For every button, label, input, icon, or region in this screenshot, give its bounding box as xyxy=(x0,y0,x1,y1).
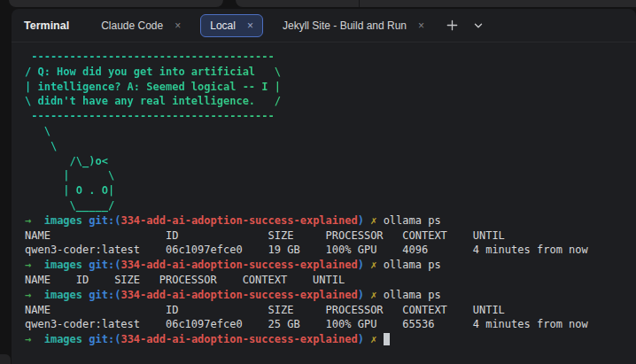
tab-jekyll-site-build-and-run[interactable]: Jekyll Site - Build and Run × xyxy=(272,14,435,37)
tab-label: Claude Code xyxy=(101,19,163,32)
plus-icon xyxy=(446,19,458,31)
close-icon[interactable]: × xyxy=(418,20,424,31)
terminal-line: → images git:(334-add-ai-adoption-succes… xyxy=(25,332,636,347)
ascii-art: -------------------------------------- /… xyxy=(25,50,636,213)
close-icon[interactable]: × xyxy=(247,20,253,31)
terminal-panel-title: Terminal xyxy=(24,19,69,32)
lower-pane-corner xyxy=(0,354,11,364)
tab-label: Local xyxy=(210,19,236,32)
upper-right-pane-edge xyxy=(236,0,636,7)
terminal-line: qwen3-coder:latest 06c1097efce0 19 GB 10… xyxy=(25,243,636,258)
terminal-line: → images git:(334-add-ai-adoption-succes… xyxy=(25,288,636,303)
terminal-line: qwen3-coder:latest 06c1097efce0 25 GB 10… xyxy=(25,317,636,332)
terminal-line: NAME ID SIZE PROCESSOR CONTEXT UNTIL xyxy=(25,273,636,288)
terminal-line: → images git:(334-add-ai-adoption-succes… xyxy=(25,258,636,273)
terminal-cursor xyxy=(384,333,390,345)
new-tab-button[interactable] xyxy=(442,16,461,35)
terminal-lines: → images git:(334-add-ai-adoption-succes… xyxy=(25,213,636,347)
tab-dropdown-button[interactable] xyxy=(469,16,488,35)
terminal-line: → images git:(334-add-ai-adoption-succes… xyxy=(25,213,636,228)
terminal-line: NAME ID SIZE PROCESSOR CONTEXT UNTIL xyxy=(25,228,636,244)
close-icon[interactable]: × xyxy=(175,20,181,31)
upper-left-pane-edge xyxy=(9,0,223,7)
upper-panes-strip xyxy=(0,0,636,7)
chevron-down-icon xyxy=(473,20,484,31)
terminal-tabbar: Terminal Claude Code × Local × Jekyll Si… xyxy=(12,9,636,43)
tab-claude-code[interactable]: Claude Code × xyxy=(90,14,191,37)
terminal-panel: Terminal Claude Code × Local × Jekyll Si… xyxy=(12,9,636,364)
terminal-line: NAME ID SIZE PROCESSOR CONTEXT UNTIL xyxy=(25,303,636,318)
upper-pane-divider xyxy=(359,0,360,7)
terminal-output[interactable]: -------------------------------------- /… xyxy=(12,43,636,347)
tab-local[interactable]: Local × xyxy=(200,14,263,37)
tab-label: Jekyll Site - Build and Run xyxy=(283,19,407,32)
